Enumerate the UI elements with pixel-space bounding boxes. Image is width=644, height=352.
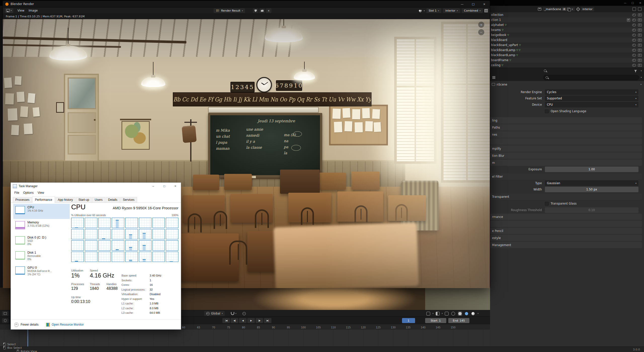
disable-render-camera-icon[interactable] (638, 19, 642, 21)
outliner-item[interactable]: ollection ▽ ▽ (490, 12, 644, 17)
hide-viewport-eye-icon[interactable] (632, 19, 636, 21)
outliner-item[interactable]: beams ▽ ▽ (490, 27, 644, 32)
filter-funnel-icon[interactable] (634, 70, 637, 72)
menu-image[interactable]: Image (29, 9, 38, 12)
shading-dropdown-icon[interactable]: ▾ (477, 312, 478, 315)
minimize-button[interactable]: — (457, 1, 468, 7)
property-row[interactable]: Open Shading Language ▾ (490, 108, 642, 114)
outliner-item[interactable]: blackBoard ▽ ▽ (490, 37, 644, 43)
search-icon[interactable] (544, 69, 546, 72)
sidebar-item[interactable]: GPU 0 NVIDIA GeForce R... 1% (34 °C) (13, 264, 70, 279)
disable-render-camera-icon[interactable] (638, 49, 642, 52)
property-row[interactable]: rmance ▾ (490, 214, 642, 220)
disable-render-camera-icon[interactable] (638, 39, 642, 42)
outliner-item[interactable]: ceiling ▽ ▽ (490, 63, 644, 68)
hide-viewport-eye-icon[interactable] (632, 29, 636, 31)
checkbox[interactable] (545, 202, 549, 206)
outliner-item[interactable]: blackBoardLamp ▽ ▽ (490, 48, 644, 53)
tab[interactable]: Users (92, 197, 105, 203)
property-row[interactable]: Paths ▾ (490, 124, 642, 131)
maximize-button[interactable]: □ (468, 1, 479, 7)
property-value-field[interactable]: Gaussian ▾ (545, 180, 638, 186)
editor-type-dropdown[interactable]: ▾ (5, 8, 13, 13)
property-value-field[interactable]: Supported ▾ (545, 96, 638, 101)
property-value-field[interactable]: Cycles ▾ (545, 89, 638, 95)
transport-button[interactable]: |▶ (256, 318, 263, 323)
shading-rendered-button[interactable] (471, 311, 475, 316)
property-row[interactable]: Type Gaussian ▾ (490, 180, 642, 186)
scene-selector[interactable]: _mainScene 4 × (543, 7, 575, 11)
view-layer-selector[interactable]: interior (581, 7, 594, 11)
property-value-field[interactable]: 0.10 ▾ (545, 207, 638, 213)
slot-dropdown[interactable]: Slot 1▾ (426, 8, 441, 13)
hide-viewport-eye-icon[interactable] (632, 64, 636, 67)
disable-render-camera-icon[interactable] (638, 14, 642, 16)
close-button[interactable]: × (479, 1, 490, 7)
property-row[interactable]: Width 1.50 px ▾ (490, 187, 642, 192)
pass-dropdown[interactable]: Combined▾ (462, 8, 483, 13)
property-row[interactable]: el Filter ▾ (490, 173, 642, 180)
property-row[interactable]: ling ▾ (490, 117, 642, 124)
tab[interactable]: Performance (32, 197, 55, 203)
hide-viewport-eye-icon[interactable] (632, 59, 636, 62)
property-row[interactable]: ▾ (490, 138, 642, 145)
hide-viewport-eye-icon[interactable] (632, 14, 636, 16)
property-row[interactable]: Render Engine Cycles ▾ (490, 89, 642, 95)
unlink-image-icon[interactable]: × (266, 8, 271, 13)
fake-user-shield-icon[interactable] (253, 8, 258, 13)
fewer-details-chevron-icon[interactable] (14, 323, 19, 327)
hide-viewport-eye-icon[interactable] (632, 44, 636, 47)
disable-render-camera-icon[interactable] (638, 59, 642, 62)
property-row[interactable]: Exposure 1.00 ▾ (490, 167, 642, 172)
checkbox[interactable] (545, 109, 549, 113)
outliner-item[interactable]: alphabet ▽ ▽ (490, 22, 644, 27)
property-row[interactable]: Transparent ▾ (490, 193, 642, 200)
tab[interactable]: App history (55, 197, 75, 203)
property-value-field[interactable]: 1.50 px ▾ (545, 187, 638, 192)
main-maximize-icon[interactable]: □ (629, 2, 636, 4)
open-resource-monitor-link[interactable]: Open Resource Monitor (52, 323, 84, 326)
transport-button[interactable]: ▶| (264, 318, 271, 323)
disable-render-camera-icon[interactable] (638, 64, 642, 67)
image-datablock-selector[interactable]: Render Result ▾ (214, 8, 245, 13)
transport-button[interactable]: |◀ (222, 318, 230, 323)
sidebar-item[interactable]: Memory 3.7/31.9 GB (12%) (13, 219, 70, 234)
close-button[interactable]: × (170, 183, 181, 190)
snap-magnet-icon[interactable] (231, 312, 234, 315)
hide-viewport-eye-icon[interactable] (632, 39, 636, 42)
maximize-button[interactable]: □ (159, 183, 170, 190)
timeline-track-area[interactable] (0, 330, 490, 346)
xray-icon[interactable] (445, 312, 449, 316)
hide-viewport-eye-icon[interactable] (632, 49, 636, 52)
menu-item[interactable]: Options (21, 190, 35, 195)
sidebar-item[interactable]: Disk 0 (C: D:) SSD 0% (13, 234, 70, 249)
hide-viewport-eye-icon[interactable] (632, 24, 636, 26)
main-minimize-icon[interactable]: — (621, 2, 629, 4)
filter-dropdown-icon[interactable]: ▾ (641, 70, 642, 72)
shading-solid-button[interactable] (458, 311, 462, 316)
options-dropdown-icon[interactable]: ▾ (641, 76, 642, 79)
layer-dropdown[interactable]: interior▾ (443, 8, 460, 13)
disable-render-camera-icon[interactable] (638, 34, 642, 36)
property-row[interactable]: Feature Set Supported ▾ (490, 96, 642, 101)
fewer-details-button[interactable]: Fewer details (21, 323, 38, 326)
render-window-titlebar[interactable]: Blender Render — □ × (3, 1, 490, 7)
zoom-out-icon[interactable]: − (478, 29, 484, 35)
exclude-checkbox[interactable] (627, 18, 630, 22)
property-row[interactable]: estyle ▾ (490, 235, 642, 241)
transform-orientation-dropdown[interactable]: Global ▾ (204, 311, 225, 316)
property-row[interactable]: Management ▾ (490, 242, 642, 248)
chevron-down-icon[interactable]: ▾ (640, 83, 641, 86)
tab[interactable]: Services (120, 197, 137, 203)
outliner-item[interactable]: blackBoardLamp ▽ ▽ (490, 53, 644, 58)
transport-button[interactable]: ◀| (231, 318, 238, 323)
outliner-item[interactable]: boardFrame ▽ ▽ (490, 58, 644, 63)
disable-render-camera-icon[interactable] (638, 29, 642, 31)
property-row[interactable]: Device CPU ▾ (490, 102, 642, 107)
menu-item[interactable]: File (12, 190, 21, 195)
hide-viewport-eye-icon[interactable] (632, 34, 636, 36)
transport-button[interactable]: ▶ (247, 318, 255, 323)
properties-editor-icon[interactable] (492, 76, 495, 79)
minimize-button[interactable]: – (148, 183, 159, 190)
main-close-icon[interactable]: × (636, 2, 644, 4)
